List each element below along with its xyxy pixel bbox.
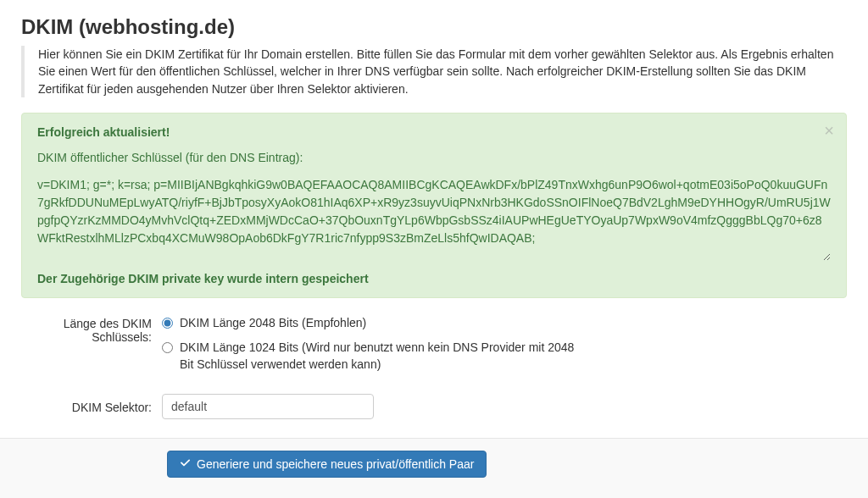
alert-footer: Der Zugehörige DKIM private key wurde in…: [37, 272, 831, 285]
selector-input[interactable]: [162, 394, 374, 419]
check-icon: [180, 458, 192, 470]
selector-label: DKIM Selektor:: [26, 399, 162, 414]
key-length-2048-radio[interactable]: [162, 318, 173, 329]
close-icon[interactable]: ×: [824, 122, 834, 139]
intro-text: Hier können Sie ein DKIM Zertifikat für …: [21, 46, 847, 97]
key-length-1024-radio[interactable]: [162, 342, 173, 353]
success-alert: × Erfolgreich aktualisiert! DKIM öffentl…: [21, 113, 847, 298]
key-length-1024-option[interactable]: DKIM Länge 1024 Bits (Wird nur benutzt w…: [162, 340, 847, 373]
generate-button-label: Generiere und speichere neues privat/öff…: [197, 457, 474, 471]
key-length-2048-option[interactable]: DKIM Länge 2048 Bits (Empfohlen): [162, 315, 847, 332]
page-title: DKIM (webhosting.de): [21, 15, 847, 39]
key-length-label: Länge des DKIM Schlüssels:: [26, 315, 162, 344]
alert-title: Erfolgreich aktualisiert!: [37, 125, 831, 139]
dkim-public-key-textarea[interactable]: [37, 176, 831, 261]
key-length-1024-text: DKIM Länge 1024 Bits (Wird nur benutzt w…: [180, 340, 587, 373]
generate-keypair-button[interactable]: Generiere und speichere neues privat/öff…: [167, 451, 487, 478]
footer-bar: Generiere und speichere neues privat/öff…: [0, 438, 868, 498]
alert-subtitle: DKIM öffentlicher Schlüssel (für den DNS…: [37, 151, 831, 164]
key-length-2048-text: DKIM Länge 2048 Bits (Empfohlen): [180, 315, 366, 332]
